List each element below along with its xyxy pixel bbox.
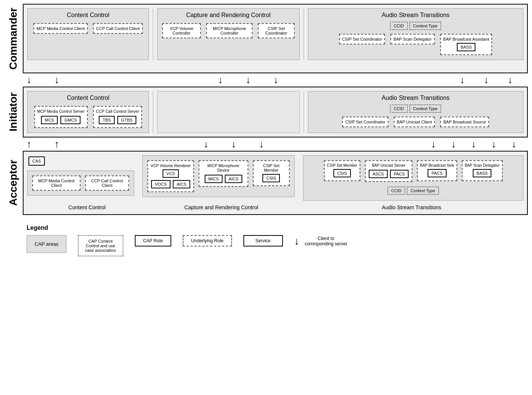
arrows-init-to-acc: ↑ ↑ ↓ ↓ ↓ ↓ ↓ ↓ ↓ ↓	[4, 137, 528, 151]
legend-service-box: Service	[243, 235, 283, 246]
commander-bap-scan-label: BAP Scan Delegator	[393, 37, 432, 41]
acceptor-label: Acceptor	[4, 151, 23, 215]
arrow-down-12: ↓	[431, 138, 436, 150]
initiator-audio-stream: Audio Stream Transitions CCID Context Ty…	[308, 91, 523, 133]
acceptor-csip-member-label: CSIP Set Member	[327, 163, 357, 167]
initiator-row: Initiator Content Control MCP Media Cont…	[4, 87, 528, 137]
acceptor-mcp-label: MCP Media Control Client	[35, 179, 77, 188]
acceptor-bap-unicast-server-box: BAP Unicast Server ASCS PACS	[365, 160, 412, 182]
acceptor-ccp-box: CCP Call Control Client	[85, 175, 129, 191]
initiator-bap-unicast-box: BAP Unicast Client	[394, 117, 435, 127]
initiator-gmcs: GMCS	[60, 116, 81, 124]
initiator-middle-section	[157, 91, 300, 133]
legend-cap-areas: CAP areas	[27, 235, 66, 253]
legend-service: Service	[243, 235, 283, 246]
legend-arrow: ↓ Client to corresponding server	[294, 235, 349, 247]
acceptor-aics-micp: AICS	[225, 175, 242, 183]
acceptor-vcs: VCS	[163, 169, 179, 178]
arrow-down-11: ↓	[259, 138, 264, 150]
acceptor-content: CAS MCP Media Control Client CCP Call Co…	[23, 151, 528, 215]
arrow-down-1: ↓	[27, 74, 32, 86]
commander-vcp-label: VCP Volume Controller	[165, 26, 198, 35]
initiator-ccp-server-box: CCP Call Control Server TBS GTBS	[93, 106, 142, 128]
initiator-content-title: Content Control	[31, 95, 145, 101]
legend-section: Legend CAP areas CAP Content Control and…	[4, 224, 528, 256]
commander-bap-broadcast-label: BAP Broadcast Assistant	[443, 37, 489, 41]
acceptor-bap-broadcast-sink-box: BAP Broadcast Sink PACS	[417, 160, 457, 181]
commander-label: Commander	[4, 4, 23, 73]
legend-cap-role: CAP Role	[135, 235, 171, 246]
commander-bap-broadcast-box: BAP Broadcast Assistant BASS	[440, 34, 492, 55]
commander-ccid-row: CCID Context Type	[311, 22, 520, 30]
acceptor-csis-audio: CSIS	[333, 169, 351, 177]
diagram-container: Commander Content Control MCP Media Cont…	[4, 4, 528, 256]
initiator-context-type: Context Type	[409, 104, 442, 113]
commander-capture-rendering: Capture and Rendering Control VCP Volume…	[157, 8, 300, 60]
initiator-gtbs: GTBS	[117, 116, 136, 124]
acceptor-vcp-box: VCP Volume Renderer VCS VOCS AICS	[147, 160, 194, 192]
acceptor-audio-stream: CSIP Set Member CSIS BAP Unicast Server …	[303, 155, 523, 201]
acceptor-ccp-label: CCP Call Control Client	[88, 179, 126, 188]
commander-ccid: CCID	[390, 22, 408, 30]
arrow-down-5: ↓	[273, 74, 278, 86]
acceptor-context-type: Context Type	[407, 186, 439, 195]
legend-dashed-box: Underlying Role	[183, 235, 232, 246]
initiator-csip-box: CSIP Set Coordinator	[342, 117, 388, 127]
arrow-down-3: ↓	[218, 74, 223, 86]
arrow-down-16: ↓	[511, 138, 516, 150]
legend-arrow-symbol: ↓	[294, 235, 300, 247]
legend-cap-area-box: CAP areas	[27, 235, 66, 253]
arrow-down-8: ↓	[508, 74, 513, 86]
acceptor-bass-box: BASS	[473, 169, 491, 177]
acceptor-content-control-section: MCP Media Control Client CCP Call Contro…	[27, 171, 134, 196]
arrow-down-10: ↓	[231, 138, 236, 150]
initiator-bap-unicast-label: BAP Unicast Client	[397, 120, 432, 124]
arrow-up-2: ↑	[54, 138, 59, 150]
initiator-mcs: MCS	[41, 116, 58, 124]
acceptor-as-label: Audio Stream Transitions	[300, 204, 524, 210]
commander-csip-set-label: CSIP Set Coordinator	[342, 37, 382, 41]
arrow-up-1: ↑	[27, 138, 32, 150]
initiator-label: Initiator	[4, 87, 23, 137]
acceptor-cr-label: Capture and Rendering Control	[145, 204, 297, 210]
acceptor-bottom-labels: Content Control Capture and Rendering Co…	[27, 204, 523, 210]
acceptor-bap-broadcast-sink-label: BAP Broadcast Sink	[420, 163, 454, 167]
legend-underlying-role: Underlying Role	[183, 235, 232, 246]
legend-solid-box: CAP Role	[135, 235, 171, 246]
commander-bass-box: BASS	[457, 43, 475, 51]
acceptor-cas-box: CAS	[28, 156, 45, 166]
commander-mcp-box: MCP Media Control Client	[33, 23, 88, 34]
initiator-audio-title: Audio Stream Transitions	[311, 95, 520, 101]
commander-content-control: Content Control MCP Media Control Client…	[27, 8, 149, 60]
acceptor-csip-box: CSIP Set Member CSIS	[253, 160, 290, 186]
acceptor-csip-label: CSIP Set Member	[256, 163, 287, 172]
acceptor-csip-member-box: CSIP Set Member CSIS	[324, 160, 360, 181]
acceptor-row: Acceptor CAS MCP Media Control Client	[4, 151, 528, 215]
initiator-ccid: CCID	[390, 104, 408, 113]
arrows-cmd-to-init: ↓ ↓ ↓ ↓ ↓ ↓ ↓ ↓	[4, 73, 528, 87]
initiator-mcp-server-box: MCP Media Control Server MCS GMCS	[34, 106, 88, 128]
acceptor-bap-unicast-server-label: BAP Unicast Server	[372, 163, 405, 167]
divider-1	[153, 8, 153, 60]
acceptor-ascs: ASCS	[369, 170, 388, 178]
commander-content-title: Content Control	[31, 12, 145, 19]
acceptor-bap-scan-delegator-label: BAP Scan Delegator	[465, 163, 500, 167]
acceptor-aics-vcp: AICS	[173, 180, 190, 188]
arrow-down-15: ↓	[491, 138, 496, 150]
initiator-bap-broadcast-label: BAP Broadcast Source	[443, 120, 486, 124]
initiator-mcp-server-label: MCP Media Control Server	[37, 109, 85, 114]
acceptor-micp-label: MICP Microphone Device	[202, 163, 245, 172]
arrow-down-2: ↓	[54, 74, 59, 86]
acceptor-cc-label: Content Control	[31, 204, 143, 210]
divider-2	[303, 8, 304, 60]
acceptor-vocs: VOCS	[151, 180, 170, 188]
legend-arrow-desc: Client to corresponding server	[303, 236, 349, 246]
commander-row: Commander Content Control MCP Media Cont…	[4, 4, 528, 73]
legend-title: Legend	[27, 224, 528, 231]
commander-bap-scan-box: BAP Scan Delegator	[390, 34, 435, 44]
acceptor-csis: CSIS	[262, 174, 280, 182]
divider-4	[303, 91, 304, 133]
commander-micp-label: MICP Microphone Controller	[209, 26, 249, 35]
commander-context-type: Context Type	[409, 22, 442, 30]
initiator-content-control: Content Control MCP Media Control Server…	[27, 91, 149, 133]
